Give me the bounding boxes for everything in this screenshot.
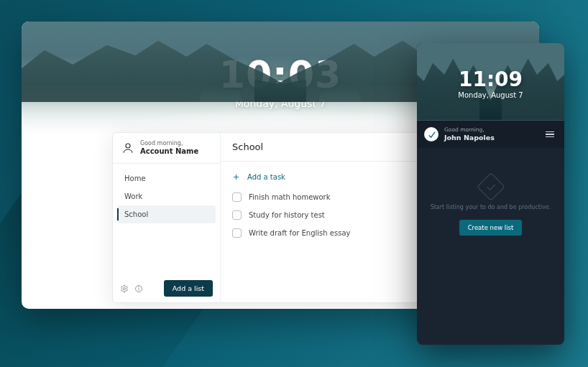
sidebar-item-school[interactable]: School bbox=[117, 205, 216, 223]
svg-point-0 bbox=[126, 144, 130, 148]
sidebar: Good morning, Account Name Home Work Sch… bbox=[113, 133, 221, 302]
app-logo-icon bbox=[424, 127, 438, 141]
mobile-topbar: Good morning, John Napoles bbox=[417, 121, 564, 148]
plus-icon bbox=[232, 173, 240, 181]
sidebar-item-work[interactable]: Work bbox=[117, 187, 216, 205]
add-task-label: Add a task bbox=[247, 173, 285, 181]
account-header[interactable]: Good morning, Account Name bbox=[113, 133, 220, 164]
task-title: Finish math homework bbox=[249, 193, 331, 201]
mobile-empty-state: Start listing your to do and be producti… bbox=[417, 148, 564, 236]
task-checkbox[interactable] bbox=[232, 192, 242, 202]
task-title: Study for history test bbox=[249, 211, 325, 219]
mobile-user-name: John Napoles bbox=[444, 134, 495, 141]
greeting-text: Good morning, bbox=[140, 141, 198, 147]
user-icon bbox=[121, 141, 134, 154]
task-checkbox[interactable] bbox=[232, 210, 242, 220]
sidebar-item-home[interactable]: Home bbox=[117, 169, 216, 187]
mobile-greeting: Good morning, bbox=[444, 127, 495, 133]
svg-point-4 bbox=[139, 287, 139, 287]
settings-icon[interactable] bbox=[120, 284, 129, 293]
mobile-window: 11:09 Monday, August 7 Good morning, Joh… bbox=[417, 43, 564, 345]
mobile-date: Monday, August 7 bbox=[417, 91, 564, 99]
sidebar-lists: Home Work School bbox=[113, 164, 220, 274]
add-list-button[interactable]: Add a list bbox=[164, 280, 213, 297]
mobile-clock: 11:09 bbox=[417, 43, 564, 91]
task-checkbox[interactable] bbox=[232, 228, 242, 238]
create-list-button[interactable]: Create new list bbox=[459, 220, 523, 236]
checklist-icon bbox=[477, 172, 505, 201]
info-icon[interactable] bbox=[134, 284, 143, 293]
menu-icon[interactable] bbox=[543, 129, 557, 140]
empty-state-text: Start listing your to do and be producti… bbox=[417, 204, 564, 210]
sidebar-footer: Add a list bbox=[113, 274, 220, 302]
mobile-hero: 11:09 Monday, August 7 bbox=[417, 43, 564, 121]
svg-point-1 bbox=[124, 287, 126, 289]
task-title: Write draft for English essay bbox=[249, 229, 350, 237]
account-name: Account Name bbox=[140, 147, 198, 155]
